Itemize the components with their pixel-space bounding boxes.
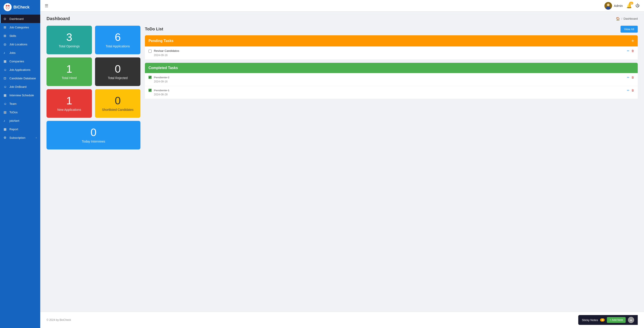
sidebar-item-subscription[interactable]: ⚙ Subscription ‹ (0, 133, 40, 142)
breadcrumb-current: Dashboard (624, 17, 638, 20)
completed-tasks-label: Completed Tasks (148, 66, 178, 70)
stat-label-total-applications: Total Applications (106, 44, 130, 48)
stat-number-new-applications: 1 (66, 95, 72, 106)
sidebar-item-skills[interactable]: ⊞ Skills (0, 31, 40, 40)
completed-task-edit-icon-1[interactable]: ✏ (627, 76, 630, 79)
logo-text: BiCheck (14, 5, 30, 9)
sidebar-label-dashboard: Dashboard (10, 17, 24, 20)
sidebar-item-report[interactable]: ▦ Report (0, 125, 40, 133)
sidebar-item-job-onboard[interactable]: ☺ Job OnBoard (0, 82, 40, 91)
stat-number-total-openings: 3 (66, 32, 72, 43)
stat-number-shortlisted: 0 (115, 95, 121, 106)
sidebar-label-job-locations: Job Locations (10, 43, 27, 46)
job-applications-icon: ☺ (4, 68, 7, 71)
completed-task-edit-icon-2[interactable]: ✏ (627, 89, 630, 92)
completed-task-actions-2: ✏ 🗑 (627, 89, 634, 92)
svg-rect-3 (607, 6, 609, 9)
stat-number-total-hired: 1 (66, 64, 72, 74)
breadcrumb-separator: / (622, 17, 622, 20)
completed-task-name-2: Pendiente 1 (154, 89, 169, 92)
stat-number-total-applications: 6 (115, 32, 121, 43)
hamburger-menu-icon[interactable]: ☰ (45, 3, 48, 8)
task-actions: ✏ 🗑 (627, 49, 634, 52)
sidebar-item-jobs[interactable]: ♪ Jobs (0, 48, 40, 57)
dashboard-grid: 3 Total Openings 6 Total Applications 1 … (46, 26, 638, 149)
pending-tasks-label: Pending Tasks (148, 39, 174, 43)
task-checkbox-pendiente2[interactable] (148, 76, 152, 79)
sidebar-label-team: Team (10, 102, 16, 105)
team-icon: ☺ (4, 102, 7, 105)
stat-label-total-rejected: Total Rejected (108, 76, 128, 80)
dashboard-icon: ⊙ (4, 17, 7, 20)
logo-icon: ⏰ (4, 3, 12, 11)
scroll-to-top-button[interactable]: ▲ (628, 317, 634, 323)
sidebar-logo[interactable]: ⏰ BiCheck (0, 0, 40, 14)
task-delete-icon[interactable]: 🗑 (631, 49, 634, 52)
sticky-notes-count: 1 (600, 319, 605, 322)
sticky-notes-label: Sticky Notes (582, 319, 598, 322)
sidebar-item-job-locations[interactable]: ◎ Job Locations (0, 40, 40, 48)
pending-tasks-header: Pending Tasks + (145, 35, 638, 46)
subscription-icon: ⚙ (4, 136, 7, 139)
stat-label-today-interviews: Today Interviews (82, 140, 105, 143)
stat-card-shortlisted: 0 Shortlisted Candidates (95, 89, 140, 118)
copyright-label: © 2024 by BioCheck (46, 319, 71, 322)
sidebar-item-companies[interactable]: ▦ Companies (0, 57, 40, 65)
job-locations-icon: ◎ (4, 42, 7, 46)
sidebar-item-job-alert[interactable]: ♪ jobAlert (0, 116, 40, 125)
job-alert-icon: ♪ (4, 119, 7, 122)
stat-card-total-applications: 6 Total Applications (95, 26, 140, 54)
topbar-right: Admin 🔔 13 ⏻ (604, 2, 640, 9)
sidebar-label-job-onboard: Job OnBoard (10, 85, 26, 88)
notification-bell[interactable]: 🔔 13 (626, 3, 632, 8)
skills-icon: ⊞ (4, 34, 7, 37)
candidate-database-icon: ⊡ (4, 76, 7, 80)
content-area: Dashboard 🏠 / Dashboard 3 Total Openings… (40, 12, 644, 312)
main-area: ☰ Admin 🔔 13 ⏻ (40, 0, 644, 328)
home-breadcrumb-icon[interactable]: 🏠 (616, 17, 620, 21)
completed-tasks-header: Completed Tasks (145, 63, 638, 73)
completed-task-item-1: Pendiente 2 ✏ 🗑 2024-09-16 (145, 73, 638, 86)
completed-task-date-1: 2024-09-16 (154, 80, 634, 83)
admin-name-label: Admin (614, 4, 623, 7)
sidebar-label-job-categories: Job Categories (10, 26, 29, 29)
completed-task-actions-1: ✏ 🗑 (627, 76, 634, 79)
add-note-button[interactable]: + Add Note (607, 317, 626, 323)
pending-tasks-container: Pending Tasks + Revisar Candidatos ✏ (145, 35, 638, 60)
footer: © 2024 by BioCheck Sticky Notes 1 + Add … (40, 312, 644, 328)
sidebar-item-job-applications[interactable]: ☺ Job Applications (0, 65, 40, 74)
svg-point-1 (607, 3, 610, 6)
sidebar-item-dashboard[interactable]: ⊙ Dashboard (0, 14, 40, 23)
task-checkbox-pendiente1[interactable] (148, 89, 152, 92)
stat-card-total-openings: 3 Total Openings (46, 26, 92, 54)
topbar-left: ☰ (45, 3, 48, 8)
stat-card-total-hired: 1 Total Hired (46, 57, 92, 86)
completed-task-name-1: Pendiente 2 (154, 76, 169, 79)
stat-card-total-rejected: 0 Total Rejected (95, 57, 140, 86)
completed-task-delete-icon-1[interactable]: 🗑 (631, 76, 634, 79)
stat-label-total-openings: Total Openings (59, 44, 80, 48)
power-icon[interactable]: ⏻ (636, 3, 640, 8)
add-pending-task-button[interactable]: + (631, 38, 634, 43)
task-checkbox-revisar[interactable] (148, 50, 152, 53)
task-edit-icon[interactable]: ✏ (627, 49, 630, 52)
completed-task-delete-icon-2[interactable]: 🗑 (631, 89, 634, 92)
completed-tasks-container: Completed Tasks Pendiente 2 ✏ 🗑 (145, 63, 638, 99)
sidebar-item-candidate-database[interactable]: ⊡ Candidate Database (0, 74, 40, 82)
sidebar-item-team[interactable]: ☺ Team (0, 99, 40, 108)
pending-task-date: 2024-09-16 (154, 54, 634, 57)
sidebar-item-interview-schedule[interactable]: ▦ Interview Schedule (0, 91, 40, 99)
sidebar-label-candidate-database: Candidate Database (10, 77, 36, 80)
todo-header: ToDo List View All (145, 26, 638, 33)
notification-badge: 13 (629, 2, 633, 4)
view-all-button[interactable]: View All (620, 26, 638, 33)
sidebar-label-jobs: Jobs (10, 51, 16, 54)
page-title: Dashboard (46, 16, 70, 21)
report-icon: ▦ (4, 127, 7, 131)
stat-label-shortlisted: Shortlisted Candidates (102, 108, 134, 111)
stats-grid: 3 Total Openings 6 Total Applications 1 … (46, 26, 140, 149)
sidebar-label-job-alert: jobAlert (10, 119, 19, 122)
stat-label-total-hired: Total Hired (62, 76, 77, 80)
sidebar-item-todos[interactable]: ▤ ToDos (0, 108, 40, 116)
sidebar-item-job-categories[interactable]: ⊞ Job Categories (0, 23, 40, 31)
